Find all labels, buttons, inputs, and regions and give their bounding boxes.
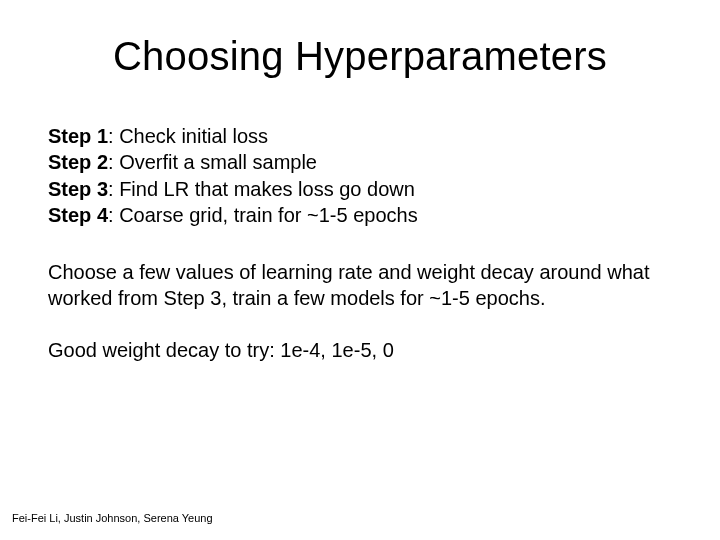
slide: Choosing Hyperparameters Step 1: Check i…	[0, 0, 720, 540]
footer-authors: Fei-Fei Li, Justin Johnson, Serena Yeung	[12, 512, 213, 524]
page-title: Choosing Hyperparameters	[48, 34, 672, 79]
body-paragraph: Choose a few values of learning rate and…	[48, 259, 672, 312]
body-paragraph: Good weight decay to try: 1e-4, 1e-5, 0	[48, 337, 672, 363]
step-line: Step 1: Check initial loss	[48, 123, 672, 149]
step-label: Step 2	[48, 151, 108, 173]
step-text: : Coarse grid, train for ~1-5 epochs	[108, 204, 418, 226]
steps-list: Step 1: Check initial loss Step 2: Overf…	[48, 123, 672, 229]
step-line: Step 3: Find LR that makes loss go down	[48, 176, 672, 202]
step-line: Step 4: Coarse grid, train for ~1-5 epoc…	[48, 202, 672, 228]
step-label: Step 1	[48, 125, 108, 147]
step-line: Step 2: Overfit a small sample	[48, 149, 672, 175]
step-label: Step 4	[48, 204, 108, 226]
step-text: : Overfit a small sample	[108, 151, 317, 173]
step-text: : Check initial loss	[108, 125, 268, 147]
step-text: : Find LR that makes loss go down	[108, 178, 415, 200]
step-label: Step 3	[48, 178, 108, 200]
